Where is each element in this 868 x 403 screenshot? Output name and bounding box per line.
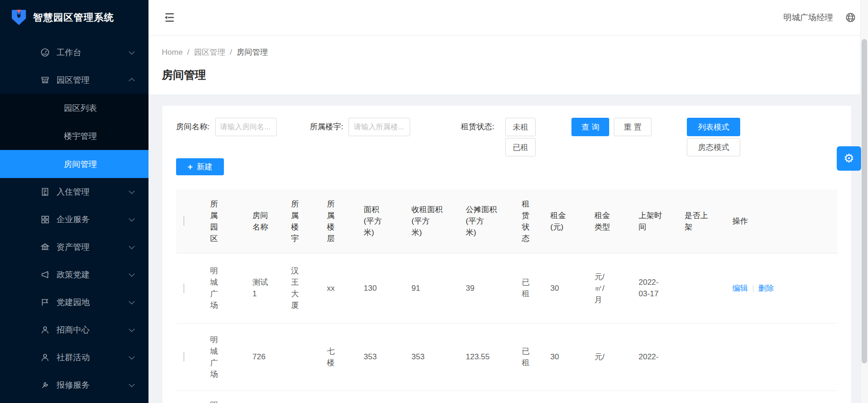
plus-icon: + <box>188 162 193 172</box>
globe-language-icon[interactable] <box>845 12 856 23</box>
breadcrumb-home[interactable]: Home <box>162 48 183 57</box>
sidebar-item-policy[interactable]: 政策党建 <box>0 261 148 288</box>
col-actions: 操作 <box>725 190 838 253</box>
room-name-input[interactable] <box>215 118 277 136</box>
topbar-right: 明城广场经理 <box>783 12 856 23</box>
sidebar-item-checkin[interactable]: 入住管理 <box>0 178 148 206</box>
lease-option-rented[interactable]: 已租 <box>505 138 536 156</box>
cell-floor: 七 楼 <box>320 323 356 391</box>
sidebar-item-assets[interactable]: 资产管理 <box>0 233 148 261</box>
lease-status-label: 租赁状态: <box>461 118 494 136</box>
search-button[interactable]: 查 询 <box>571 118 609 136</box>
new-room-button[interactable]: + 新建 <box>176 158 224 175</box>
building-label: 所属楼宇: <box>310 118 343 136</box>
sidebar-item-workbench[interactable]: 工作台 <box>0 39 148 66</box>
sidebar-subitem-building-mgmt[interactable]: 楼宇管理 <box>0 122 148 150</box>
cell-shared-area: 123.55 <box>458 323 514 391</box>
table-row: 明 城 广 场 测试 1 汉 王 大 厦 xx 130 91 39 已 租 30… <box>176 253 838 323</box>
cell-lease-status: 已 租 <box>514 323 543 391</box>
row-checkbox[interactable] <box>183 352 184 362</box>
chevron-down-icon <box>129 299 135 305</box>
col-room-name: 房间 名称 <box>245 190 284 253</box>
sidebar-subitem-room-mgmt[interactable]: 房间管理 <box>0 150 148 178</box>
col-rent: 租金 (元) <box>543 190 587 253</box>
cell-building <box>284 323 320 391</box>
room-status-mode-button[interactable]: 房态模式 <box>687 138 740 156</box>
chevron-down-icon <box>129 243 135 249</box>
cell-listed-time: 2022- <box>631 323 677 391</box>
cell-building: 汉 王 大 厦 <box>284 253 320 323</box>
enterprise-icon <box>40 215 50 224</box>
user-icon <box>40 325 50 334</box>
cell-park: 明 城 广 场 <box>203 323 245 391</box>
col-on-shelf: 是否上 架 <box>677 190 725 253</box>
chevron-up-icon <box>129 78 135 84</box>
sidebar-item-community[interactable]: 社群活动 <box>0 344 148 371</box>
top-bar: 明城广场经理 <box>148 0 868 35</box>
col-building: 所 属 楼 宇 <box>284 190 320 253</box>
sidebar-item-enterprise[interactable]: 企业服务 <box>0 206 148 233</box>
sidebar-item-repair[interactable]: 报修服务 <box>0 371 148 399</box>
sidebar-item-label: 党建园地 <box>57 297 90 308</box>
breadcrumb-current: 房间管理 <box>237 47 268 58</box>
col-listed-time: 上架时 间 <box>631 190 677 253</box>
sidebar-item-label: 园区管理 <box>57 75 90 86</box>
select-all-checkbox[interactable] <box>183 216 184 226</box>
row-checkbox[interactable] <box>183 283 184 293</box>
sidebar-item-park-mgmt[interactable]: 园区管理 <box>0 66 148 94</box>
scrollbar-thumb[interactable] <box>862 39 867 363</box>
lease-option-unrented[interactable]: 未租 <box>505 118 536 136</box>
sidebar-item-label: 工作台 <box>57 47 81 58</box>
new-room-label: 新建 <box>197 161 212 172</box>
breadcrumb: Home / 园区管理 / 房间管理 <box>162 47 868 58</box>
rooms-table: 所 属 园 区 房间 名称 所 属 楼 宇 所 属 楼 层 面积 (平方 米) … <box>176 190 838 403</box>
sidebar-item-label: 社群活动 <box>57 352 90 363</box>
edit-link[interactable]: 编辑 <box>732 284 748 293</box>
current-user[interactable]: 明城广场经理 <box>783 12 833 23</box>
sidebar-item-label: 招商中心 <box>57 324 90 335</box>
page-title: 房间管理 <box>162 68 868 82</box>
chevron-down-icon <box>129 216 135 222</box>
breadcrumb-separator: / <box>230 48 232 57</box>
vertical-scrollbar[interactable] <box>860 0 868 403</box>
cell-rent-type: 元/ ㎡/ 月 <box>587 253 631 323</box>
sidebar-menu: 工作台 园区管理 园区列表 楼宇管理 房间管理 <box>0 35 148 399</box>
sidebar-item-investment[interactable]: 招商中心 <box>0 316 148 344</box>
sidebar-item-label: 企业服务 <box>57 214 90 225</box>
sidebar-item-party-garden[interactable]: 党建园地 <box>0 288 148 316</box>
delete-link[interactable]: 删除 <box>758 284 774 293</box>
chevron-down-icon <box>129 49 135 55</box>
cell-park: 明 城 广 场 <box>203 253 245 323</box>
cell-floor: xx <box>320 253 356 323</box>
cell-room-name: 726 <box>245 323 284 391</box>
park-mgmt-submenu: 园区列表 楼宇管理 房间管理 <box>0 94 148 178</box>
cell-rent: 30 <box>543 253 587 323</box>
checkin-icon <box>40 187 50 196</box>
subitem-label: 房间管理 <box>64 159 97 170</box>
building-input[interactable] <box>348 118 410 136</box>
cell-room-name: 测试 1 <box>245 253 284 323</box>
settings-gear-button[interactable]: ⚙ <box>837 146 861 171</box>
chevron-down-icon <box>129 271 135 277</box>
sidebar-subitem-park-list[interactable]: 园区列表 <box>0 94 148 122</box>
sidebar-item-label: 资产管理 <box>57 242 90 253</box>
main-content: 房间名称: 所属楼宇: 租赁状态: 未租 已租 查 询 重 置 列表模式 房态模… <box>148 94 868 403</box>
col-rent-type: 租金 类型 <box>587 190 631 253</box>
sidebar-item-label: 报修服务 <box>57 380 90 391</box>
col-rent-area: 收租面积 (平方 米) <box>404 190 458 253</box>
list-mode-button[interactable]: 列表模式 <box>687 118 740 136</box>
table-row: 明 城 广 场 726 七 楼 353 353 123.55 已 租 30 元/… <box>176 323 838 391</box>
col-area: 面积 (平方 米) <box>356 190 404 253</box>
dashboard-icon <box>40 48 50 57</box>
cell-listed-time: 2022- 03-17 <box>631 253 677 323</box>
park-icon <box>40 75 50 85</box>
breadcrumb-park-mgmt[interactable]: 园区管理 <box>194 47 225 58</box>
reset-button[interactable]: 重 置 <box>614 118 651 136</box>
user-icon <box>40 353 50 362</box>
menu-fold-icon[interactable] <box>162 10 177 25</box>
col-lease-status: 租 赁 状 态 <box>514 190 543 253</box>
cell-park: 明 城 广 场 <box>203 391 245 403</box>
cell-area: 130 <box>356 253 404 323</box>
asset-bank-icon <box>40 242 50 252</box>
col-floor: 所 属 楼 层 <box>320 190 356 253</box>
